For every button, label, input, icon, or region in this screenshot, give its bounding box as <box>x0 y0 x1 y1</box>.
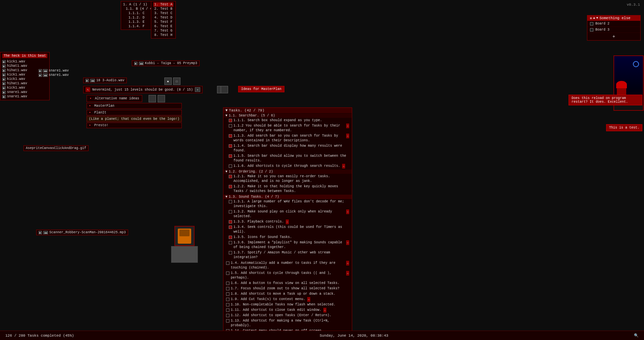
test-h[interactable]: 8. Test H <box>153 33 173 37</box>
test-c[interactable]: 3. Test C <box>153 11 173 15</box>
beat-item-8[interactable]: ▶ snare1.wav <box>2 90 47 94</box>
alt-names-btn2[interactable] <box>158 95 165 102</box>
task-1-5[interactable]: 1.5. Add shortcut to cycle through tasks… <box>223 271 352 281</box>
snare-ctrl-1[interactable]: ▶ ◀◀ snare1.wav <box>39 69 69 72</box>
play-icon[interactable]: ▶ <box>39 74 42 77</box>
task-checkbox[interactable] <box>226 282 229 285</box>
task-checkbox[interactable] <box>226 287 229 290</box>
task-checkbox[interactable] <box>226 272 229 275</box>
task-1-11[interactable]: 1.11. Add shortcut to close task edit wi… <box>223 307 352 313</box>
outline-item-3[interactable]: 1.1.1. C <box>123 11 154 15</box>
task-1-1-5[interactable]: 1.1.5. Search bar should allow you to sw… <box>223 153 352 163</box>
task-checkbox[interactable] <box>229 134 232 138</box>
play-icon[interactable]: ▶ <box>86 79 89 82</box>
task-checkbox[interactable] <box>226 303 229 306</box>
play-icon[interactable]: ▶ <box>2 60 6 63</box>
task-1-4[interactable]: 1.4. Automatically add a number to tasks… <box>223 260 352 271</box>
test-b[interactable]: 2. Test B <box>153 7 173 11</box>
skip-icon[interactable]: ◀◀ <box>43 231 48 234</box>
test-d[interactable]: 4. Test D <box>153 15 173 20</box>
snare-ctrl-2[interactable]: ▶ ◀◀ snare1.wav <box>39 73 69 77</box>
play-icon[interactable]: ▶ <box>2 73 6 77</box>
play-icon[interactable]: ▶ <box>2 78 6 81</box>
task-1-3-1[interactable]: 1.3.1. A large number of WAV files don't… <box>223 199 352 209</box>
task-checkbox[interactable] <box>229 200 232 203</box>
task-1-2-2[interactable]: 1.2.2. Make it so that holding the key q… <box>223 184 352 194</box>
beat-item-6[interactable]: ▶ hihat1.wav <box>2 81 47 86</box>
nevermind-btn[interactable]: × <box>195 87 200 92</box>
board-checkbox-3[interactable] <box>590 28 593 32</box>
board-item-2[interactable]: Board 2 <box>587 21 640 27</box>
outline-item-5[interactable]: 1.1.3. E <box>123 20 154 24</box>
task-1-8[interactable]: 1.8. Add shortcut to move a Task up or d… <box>223 291 352 297</box>
test-e[interactable]: 6. Test E <box>153 24 173 29</box>
scanner-audio-player[interactable]: ▶ ◀◀ Scanner_Robbery-ScanMan-2081644625.… <box>36 230 128 235</box>
task-checkbox[interactable] <box>229 164 232 168</box>
task-1-3-5[interactable]: 1.3.5. Icons for Sound Tasks. <box>223 235 352 240</box>
skip-back-icon[interactable]: ◀◀ <box>139 62 144 65</box>
task-1-10[interactable]: 1.10. Non-completable Tasks now flash wh… <box>223 302 352 307</box>
section-1-1-header[interactable]: ▼ 1.1. Searchbar. (5 / 6) <box>223 113 352 118</box>
board-item-3[interactable]: Board 3 <box>587 27 640 33</box>
section-1-2-header[interactable]: ▼ 1.2. Ordering. (2 / 2) <box>223 169 352 174</box>
task-1-3-2[interactable]: 1.3.2. Make sound play on click only whe… <box>223 209 352 219</box>
board-add-button[interactable]: + <box>587 33 640 40</box>
main-audio-player[interactable]: ▶ ◀◀ Kubbi - Taiga - 05 Preymp3 <box>132 60 200 66</box>
beat-item-1[interactable]: ▶ kick1.wav <box>2 59 47 64</box>
play-icon[interactable]: ▶ <box>2 82 6 85</box>
audio-settings-button[interactable]: □ <box>173 78 180 85</box>
task-1-1-4[interactable]: 1.1.4. Search bar should display how man… <box>223 143 352 153</box>
play-icon[interactable]: ▶ <box>2 64 6 68</box>
play-icon[interactable]: ▶ <box>2 91 6 94</box>
task-checkbox[interactable] <box>229 185 232 188</box>
task-1-13[interactable]: 1.13. Add shortcut for making a new Task… <box>223 318 352 328</box>
task-checkbox[interactable] <box>229 210 232 213</box>
task-1-1-6[interactable]: 1.1.6. Add shortcuts to cycle through se… <box>223 163 352 169</box>
section-1-3-header[interactable]: ▼ 1.3. Sound Tasks. (4 / 7) <box>223 195 352 199</box>
status-search[interactable]: 🔍 <box>634 333 639 338</box>
task-1-1-2[interactable]: 1.1.2 You should be able to search for T… <box>223 123 352 133</box>
task-checkbox[interactable] <box>229 119 232 122</box>
board-checkbox-2[interactable] <box>590 22 593 26</box>
play-icon[interactable]: ▶ <box>2 69 6 72</box>
task-checkbox[interactable] <box>229 144 232 148</box>
beat-item-5[interactable]: ▶ kick1.wav <box>2 77 47 81</box>
task-checkbox[interactable] <box>229 175 232 178</box>
play-icon[interactable]: ▶ <box>2 95 6 98</box>
task-1-2-1[interactable]: 1.2.1. Make it so you can easily re-orde… <box>223 174 352 184</box>
task-1-1-3[interactable]: 1.1.3. Add search bar so you can search … <box>223 133 352 143</box>
task-checkbox[interactable] <box>229 226 232 229</box>
note-square-2[interactable] <box>221 86 228 93</box>
task-checkbox[interactable] <box>229 241 232 244</box>
test-a[interactable]: 1. Test A <box>153 2 173 7</box>
task-1-6[interactable]: 1.6. Add a button to focus view on all s… <box>223 281 352 286</box>
task-checkbox[interactable] <box>229 220 232 224</box>
task-1-3-7[interactable]: 1.3.7. Spotify / Amazon Music / other we… <box>223 250 352 260</box>
task-checkbox[interactable] <box>226 308 229 312</box>
test-g[interactable]: 7. Test G <box>153 29 173 33</box>
play-icon[interactable]: ▶ <box>39 69 42 72</box>
outline-item-2[interactable]: 1.1. B (4 / 4) <box>123 7 154 11</box>
outline-item-6[interactable]: 1.1.4. F <box>123 24 154 29</box>
task-1-7[interactable]: 1.7. Focus should zoom out to show all s… <box>223 286 352 291</box>
skip-icon[interactable]: ◀◀ <box>90 79 95 82</box>
task-checkbox[interactable] <box>229 251 232 254</box>
outline-item-4[interactable]: 1.1.2. D <box>123 15 154 20</box>
outline-item-1[interactable]: 1. A (1 / 1) <box>123 2 154 7</box>
task-1-1-1[interactable]: 1.1.1. Search box should expand as you t… <box>223 118 352 123</box>
task-1-3-6[interactable]: 1.3.6. Implement a "playlist" by making … <box>223 240 352 250</box>
audio-stop-button[interactable]: ■ <box>164 78 172 85</box>
beat-item-7[interactable]: ▶ kick1.wav <box>2 86 47 90</box>
task-checkbox[interactable] <box>229 124 232 128</box>
task-checkbox[interactable] <box>229 236 232 239</box>
task-checkbox[interactable] <box>226 298 229 301</box>
task-checkbox[interactable] <box>226 314 229 317</box>
test-f[interactable]: 5. Test F <box>153 20 173 24</box>
play-icon[interactable]: ▶ <box>39 231 42 234</box>
task-checkbox[interactable] <box>226 292 229 296</box>
task-1-12[interactable]: 1.12. Add shortcut to open Tasks (Enter … <box>223 313 352 318</box>
task-checkbox[interactable] <box>226 319 229 323</box>
beat-item-2[interactable]: ▶ hihat1.wav <box>2 64 47 68</box>
skip-icon[interactable]: ◀◀ <box>43 74 48 77</box>
alt-names-btn[interactable] <box>149 95 156 102</box>
